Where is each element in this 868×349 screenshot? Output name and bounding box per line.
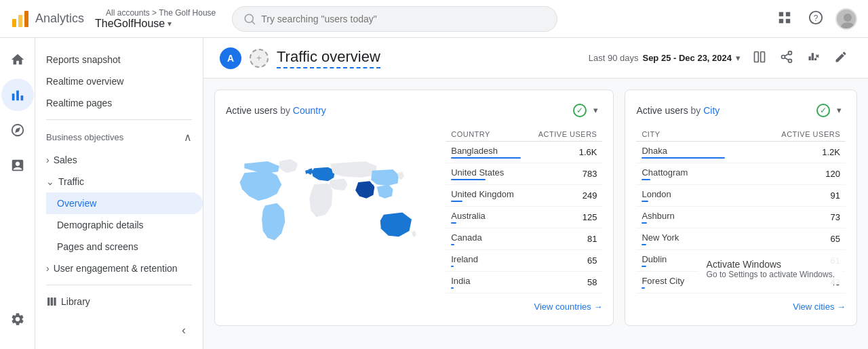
nav-demographic-details[interactable]: Demographic details: [46, 214, 203, 236]
chevron-down-icon-country: ▾: [593, 105, 598, 115]
account-name[interactable]: TheGolfHouse ▾: [95, 18, 216, 30]
bar-chart-icon: [10, 87, 25, 102]
city-value-cell: 73: [730, 207, 846, 228]
help-button[interactable]: ?: [804, 6, 827, 31]
country-name-cell: Australia: [446, 207, 526, 228]
date-range-chevron: ▾: [736, 53, 741, 63]
nav-traffic[interactable]: ⌄ Traffic: [35, 171, 203, 192]
share-button[interactable]: [776, 46, 797, 70]
compare-columns-button[interactable]: [749, 46, 770, 70]
city-card-actions: ✓ ▾: [816, 101, 846, 119]
page-avatar: A: [220, 47, 241, 69]
nav-library[interactable]: Library: [35, 291, 203, 312]
icon-sidebar: [0, 38, 35, 337]
country-name-cell: United States: [446, 163, 526, 185]
world-map-svg: [226, 127, 435, 276]
bar-indicator: [451, 266, 454, 267]
svg-rect-5: [779, 12, 783, 16]
canada-path: [244, 161, 279, 173]
bar-indicator: [642, 222, 646, 224]
country-card: Active users by Country ✓ ▾: [214, 89, 614, 326]
nav-pages-screens[interactable]: Pages and screens: [46, 236, 203, 258]
bar-indicator: [642, 179, 650, 180]
city-options-button[interactable]: ▾: [833, 101, 846, 119]
nav-realtime-overview[interactable]: Realtime overview: [35, 70, 203, 92]
collapse-sidebar-button[interactable]: ‹: [176, 322, 192, 337]
city-name-cell: New York: [636, 228, 730, 250]
city-dimension-label: City: [703, 105, 719, 116]
date-range: Last 90 days Sep 25 - Dec 23, 2024 ▾: [589, 53, 741, 63]
chevron-right-icon: ›: [46, 155, 50, 165]
date-range-value: Sep 25 - Dec 23, 2024: [642, 53, 732, 63]
svg-rect-0: [12, 19, 16, 27]
edit-button[interactable]: [830, 46, 852, 70]
svg-rect-21: [761, 52, 765, 62]
bar-indicator: [642, 157, 725, 159]
middle-east-path: [329, 179, 347, 190]
grid-view-button[interactable]: [773, 6, 796, 31]
city-name-cell: Ashburn: [636, 207, 730, 228]
view-cities-link[interactable]: View cities →: [636, 293, 846, 314]
southeast-asia-path: [377, 184, 393, 199]
country-card-header: Active users by Country ✓ ▾: [226, 101, 602, 119]
country-value-cell: 249: [526, 185, 602, 207]
australia-path: [380, 212, 412, 237]
nav-user-engagement[interactable]: › User engagement & retention: [35, 258, 203, 279]
sidebar-home-button[interactable]: [1, 43, 34, 76]
bar-indicator: [642, 266, 646, 267]
bar-indicator: [451, 244, 454, 245]
page-title: Traffic overview: [277, 48, 380, 68]
help-icon: ?: [808, 10, 823, 25]
sidebar-explore-button[interactable]: [1, 114, 34, 146]
bar-indicator: [451, 201, 462, 202]
share-icon: [780, 50, 793, 64]
table-row: India 58: [446, 272, 602, 293]
bar-indicator: [451, 222, 456, 224]
pages-screens-label: Pages and screens: [57, 241, 138, 252]
search-bar[interactable]: [232, 6, 557, 32]
city-value-cell: 1.2K: [730, 142, 846, 163]
nav-section-business[interactable]: Business objectives ∧: [35, 125, 203, 149]
search-icon: [243, 13, 256, 25]
nav-divider-2: [46, 285, 192, 285]
svg-rect-2: [24, 11, 28, 27]
nav-sales[interactable]: › Sales: [35, 149, 203, 171]
country-metric-label: Active users: [226, 105, 277, 116]
user-avatar[interactable]: [835, 8, 857, 30]
nav-realtime-pages[interactable]: Realtime pages: [35, 92, 203, 114]
traffic-overview-label: Overview: [57, 198, 96, 209]
svg-rect-6: [786, 12, 790, 16]
sidebar-settings-button[interactable]: [1, 303, 34, 335]
city-by-label: by: [691, 105, 704, 116]
city-card-header: Active users by City ✓ ▾: [636, 101, 846, 119]
view-countries-link[interactable]: View countries →: [446, 293, 602, 314]
avatar-image: [837, 9, 857, 30]
country-card-body: COUNTRY ACTIVE USERS Bangladesh 1.6K Uni…: [226, 127, 602, 314]
bar-indicator: [642, 244, 646, 245]
svg-rect-18: [51, 297, 53, 306]
sidebar-reports-button[interactable]: [1, 79, 34, 111]
svg-text:?: ?: [814, 14, 818, 23]
table-row: Chattogram 120: [636, 163, 846, 185]
city-name-cell: Forest City: [636, 272, 730, 293]
table-row: New York 65: [636, 228, 846, 250]
svg-rect-20: [755, 52, 759, 62]
sidebar-advertising-button[interactable]: [1, 149, 34, 182]
nav-traffic-overview[interactable]: Overview: [46, 192, 203, 214]
breadcrumb-account: All accounts > The Golf House TheGolfHou…: [95, 8, 216, 30]
nav-reports-snapshot[interactable]: Reports snapshot: [35, 49, 203, 70]
table-row: United States 783: [446, 163, 602, 185]
country-card-title: Active users by Country: [226, 105, 326, 116]
country-value-cell: 1.6K: [526, 142, 602, 163]
insights-button[interactable]: [803, 46, 825, 70]
table-row: Ashburn 73: [636, 207, 846, 228]
app-title: Analytics: [35, 12, 84, 26]
bar-indicator: [642, 201, 648, 202]
uk-path: [308, 168, 313, 175]
add-comparison-button[interactable]: +: [250, 49, 269, 68]
search-input[interactable]: [261, 14, 546, 24]
table-row: Forest City 43: [636, 272, 846, 293]
country-options-button[interactable]: ▾: [589, 101, 602, 119]
city-card-title: Active users by City: [636, 105, 719, 116]
svg-point-12: [841, 22, 854, 30]
